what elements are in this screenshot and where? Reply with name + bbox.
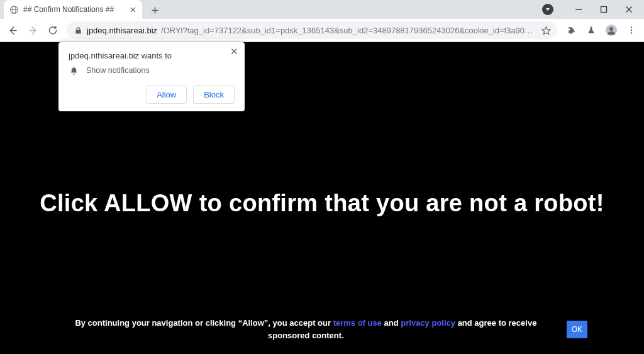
address-bar[interactable]: jpdeq.nthisareai.biz/ORYl?tag_id=737122&… [67,21,557,39]
lock-icon [73,25,83,35]
notification-permission-dialog: ✕ jpdeq.nthisareai.biz wants to Show not… [58,42,245,111]
star-icon[interactable] [541,25,551,35]
svg-point-16 [631,32,632,33]
labs-button[interactable] [582,21,600,39]
footer-mid: and [382,318,401,328]
page-content: ✕ jpdeq.nthisareai.biz wants to Show not… [0,42,644,354]
globe-icon [9,4,19,14]
allow-button[interactable]: Allow [146,86,187,104]
profile-button[interactable] [602,21,620,39]
reload-button[interactable] [44,21,62,39]
extensions-button[interactable] [562,21,580,39]
svg-point-14 [631,26,632,28]
hero-text: Click ALLOW to confirm that you are not … [0,190,644,217]
close-tab-icon[interactable] [128,5,137,14]
dialog-title: jpdeq.nthisareai.biz wants to [69,51,235,60]
privacy-policy-link[interactable]: privacy policy [401,318,455,328]
svg-point-13 [609,27,613,31]
bell-icon [69,65,79,75]
browser-tab[interactable]: ## Confirm Notifications ## [4,0,142,19]
browser-toolbar: jpdeq.nthisareai.biz/ORYl?tag_id=737122&… [0,19,644,42]
back-button[interactable] [4,21,21,39]
url-domain: jpdeq.nthisareai.biz [87,26,157,35]
svg-point-15 [631,30,632,31]
svg-rect-11 [75,30,80,33]
new-tab-button[interactable] [146,1,164,19]
dialog-body-row: Show notifications [69,65,235,75]
tab-strip: ## Confirm Notifications ## [0,0,644,19]
footer-text: By continuing your navigation or clickin… [57,317,555,341]
close-dialog-button[interactable]: ✕ [228,46,240,57]
footer: By continuing your navigation or clickin… [0,317,644,341]
dialog-body-text: Show notifications [86,66,150,75]
dialog-actions: Allow Block [69,86,235,104]
browser-chrome: ## Confirm Notifications ## jpdeq.nthisa… [0,0,644,42]
url-path: /ORYl?tag_id=737122&sub_id1=pdsk_1365143… [161,26,537,35]
tab-title: ## Confirm Notifications ## [23,5,124,14]
footer-pre: By continuing your navigation or clickin… [75,318,333,328]
forward-button [24,21,42,39]
menu-button[interactable] [623,21,640,39]
ok-button[interactable]: OK [567,321,587,338]
block-button[interactable]: Block [193,86,235,104]
terms-of-use-link[interactable]: terms of use [333,318,382,328]
